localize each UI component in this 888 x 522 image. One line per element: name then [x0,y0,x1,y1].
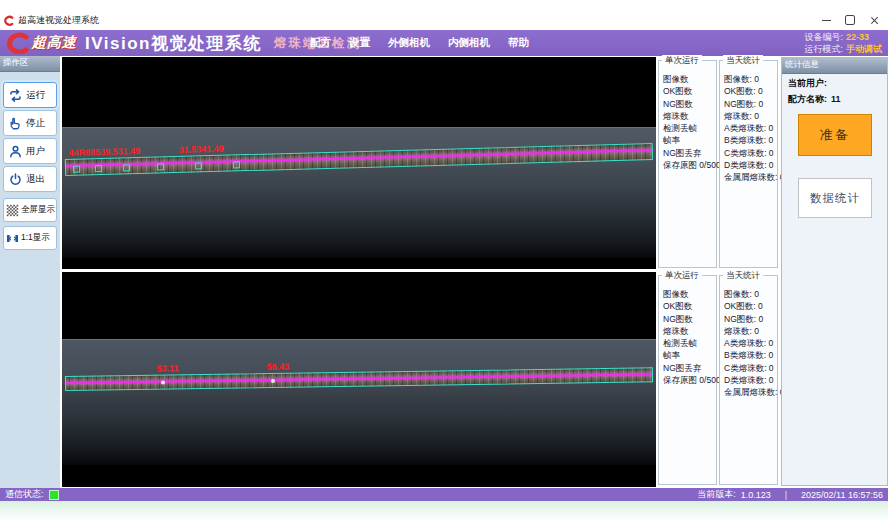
status-separator: | [785,490,787,500]
stat-row: B类熔珠数: 0 [720,134,777,146]
run-mode-row: 运行模式:手动调试 [804,44,882,56]
menu-item[interactable]: 内侧相机 [448,36,490,50]
minimize-button[interactable] [814,12,838,28]
run-mode-value: 手动调试 [846,44,882,54]
camera-viewport-outer[interactable]: 44R88539.531.49 31.5341.49 [62,57,656,269]
measurement-annotation: 53.11 [157,363,179,373]
menu-item[interactable]: 帮助 [508,36,529,50]
window-controls [814,12,886,28]
close-button[interactable] [862,12,886,28]
stats-rows: 图像数: 0OK图数: 0NG图数: 0熔珠数: 0A类熔珠数: 0B类熔珠数:… [720,73,777,184]
stat-row: 图像数 [659,288,716,300]
brand-script-text: 超高速 [32,34,77,52]
run-button[interactable]: 运行 [3,82,57,108]
stat-row: 图像数: 0 [720,73,777,85]
measurement-annotation: 31.5341.49 [178,144,223,155]
stats-group-title: 当天统计 [723,55,763,67]
detection-marker [195,162,202,169]
stat-row: NG图数 [659,313,716,325]
main-region: 操作区 运行 停止 [0,56,888,488]
menu-item[interactable]: 外侧相机 [388,36,430,50]
single-run-stats-bottom: 单次运行 图像数OK图数NG图数熔珠数检测丢帧帧率NG图丢弃保存原图 0/500 [658,275,717,485]
stat-row: C类熔珠数: 0 [720,147,777,159]
app-header: 超高速 IVision视觉处理系统 熔珠端面检测 配方设置外侧相机内侧相机帮助 … [0,30,888,56]
stat-row: OK图数 [659,85,716,97]
stat-row: 金属屑熔珠数: 0 [720,386,777,398]
single-run-stats-top: 单次运行 图像数OK图数NG图数熔珠数检测丢帧帧率NG图丢弃保存原图 0/500 [658,60,717,268]
fullscreen-button-label: 全屏显示 [21,204,55,216]
run-button-label: 运行 [26,89,45,102]
stat-row: A类熔珠数: 0 [720,122,777,134]
stat-row: 熔珠数: 0 [720,325,777,337]
user-icon [8,144,23,159]
stat-row: OK图数: 0 [720,85,777,97]
menu-item[interactable]: 配方 [310,36,331,50]
today-stats-top: 当天统计 图像数: 0OK图数: 0NG图数: 0熔珠数: 0A类熔珠数: 0B… [719,60,778,268]
stat-row: NG图数: 0 [720,313,777,325]
stat-row: D类熔珠数: 0 [720,159,777,171]
operation-sidebar: 操作区 运行 停止 [0,56,60,488]
stop-hand-icon [8,116,23,131]
stat-row: D类熔珠数: 0 [720,374,777,386]
stat-row: A类熔珠数: 0 [720,337,777,349]
fullscreen-pattern-icon [6,204,19,217]
minimize-icon [822,20,831,21]
comm-status-label: 通信状态: [5,488,44,501]
stat-row: C类熔珠数: 0 [720,362,777,374]
stat-row: B类熔珠数: 0 [720,349,777,361]
exit-button-label: 退出 [26,173,45,186]
one-to-one-button-label: 1:1显示 [21,232,50,244]
os-titlebar: 超高速视觉处理系统 [0,0,888,30]
today-stats-bottom: 当天统计 图像数: 0OK图数: 0NG图数: 0熔珠数: 0A类熔珠数: 0B… [719,275,778,485]
stat-row: 保存原图 0/500 [659,374,716,386]
stat-row: 熔珠数: 0 [720,110,777,122]
user-button-label: 用户 [26,145,45,158]
stat-row: 熔珠数 [659,110,716,122]
detection-marker [233,161,240,168]
stats-group-title: 单次运行 [662,55,702,67]
menu-bar: 配方设置外侧相机内侧相机帮助 [310,30,529,56]
stat-row: 金属屑熔珠数: 0 [720,171,777,183]
run-cycle-icon [8,88,23,103]
stat-row: NG图数: 0 [720,98,777,110]
stat-row: OK图数 [659,300,716,312]
metal-strip-image [62,339,656,465]
sidebar-title: 操作区 [0,56,60,72]
bead-dot [161,381,165,385]
maximize-icon [845,15,855,25]
recipe-name-label: 配方名称: [788,94,827,104]
close-icon [870,16,879,25]
ready-button[interactable]: 准备 [798,114,872,156]
detection-marker [73,166,80,173]
stats-rows: 图像数OK图数NG图数熔珠数检测丢帧帧率NG图丢弃保存原图 0/500 [659,73,716,171]
stat-row: 熔珠数 [659,325,716,337]
version-value: 1.0.123 [741,490,771,500]
user-button[interactable]: 用户 [3,138,57,164]
menu-item[interactable]: 设置 [349,36,370,50]
stats-rows: 图像数OK图数NG图数熔珠数检测丢帧帧率NG图丢弃保存原图 0/500 [659,288,716,386]
recipe-name-row: 配方名称:11 [782,90,887,106]
status-bar: 通信状态: 当前版本: 1.0.123 | 2025/02/11 16:57:5… [0,488,888,501]
stat-row: 保存原图 0/500 [659,159,716,171]
stat-row: 检测丢帧 [659,122,716,134]
detection-marker [123,164,130,171]
app-window: 超高速视觉处理系统 超高速 IVision视觉处理系统 熔珠端面检测 配方设置外… [0,0,888,522]
statistics-info-panel: 统计信息 当前用户: 配方名称:11 准备 数据统计 [781,57,888,486]
desktop-background-strip [0,501,888,522]
recipe-name-value: 11 [831,94,841,104]
exit-button[interactable]: 退出 [3,166,57,192]
stat-row: NG图丢弃 [659,147,716,159]
one-to-one-button[interactable]: 1:1显示 [3,226,57,250]
stats-group-title: 单次运行 [662,270,702,282]
maximize-button[interactable] [838,12,862,28]
fullscreen-button[interactable]: 全屏显示 [3,198,57,222]
data-statistics-button[interactable]: 数据统计 [798,178,872,218]
brand-logo-icon [4,32,30,54]
stop-button[interactable]: 停止 [3,110,57,136]
camera-viewport-inner[interactable]: 53.11 56.43 [62,272,656,487]
brand-area: 超高速 IVision视觉处理系统 熔珠端面检测 [4,30,361,56]
window-title: 超高速视觉处理系统 [18,14,99,27]
stat-row: NG图丢弃 [659,362,716,374]
comm-ok-indicator [49,490,59,500]
device-number-value: 22-33 [846,32,869,42]
